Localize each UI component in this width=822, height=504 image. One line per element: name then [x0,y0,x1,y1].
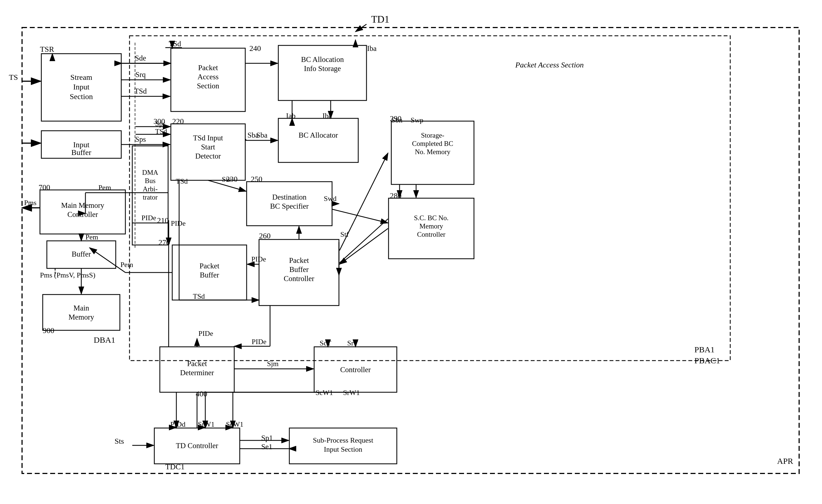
svg-text:Start: Start [201,143,215,151]
main-memory-controller-label: Main Memory [61,201,104,209]
svg-text:Buffer: Buffer [71,148,91,157]
ts-label: TS [9,73,18,81]
svg-text:Controller: Controller [417,231,446,238]
svg-text:Input Section: Input Section [324,445,362,453]
num-240-label: 240 [250,44,261,53]
pide-dba1-label: PIDe [141,214,156,222]
pidd-label: PIDd [170,420,185,428]
pms-out-label: Pms [24,199,37,207]
bc-allocator-label: BC Allocator [299,131,338,139]
svg-text:BC Specifier: BC Specifier [270,202,309,210]
svg-text:Determiner: Determiner [180,369,214,377]
destination-bc-specifier-label: Destination [272,193,307,201]
num-700-label: 700 [39,183,50,192]
svg-rect-15 [278,118,358,162]
svg-text:Buffer: Buffer [200,271,219,279]
sct-label: ScT [320,339,331,347]
svg-text:Memory: Memory [419,222,443,230]
swd-label: Swd [324,195,337,203]
pem2-label: Pem [85,233,98,241]
svg-text:Section: Section [70,92,93,101]
pmsv-pmss-label: Pms (PmsV, PmsS) [40,271,95,279]
srq-label: Srq [135,70,146,79]
svg-text:No. Memory: No. Memory [415,148,451,156]
sts-label: Sts [115,437,124,445]
pide-down-label: PIDe [252,338,266,346]
packet-access-section-bracket-label: Packet Access Section [515,61,583,69]
sps-label: Sps [135,135,146,143]
sw-label: Sw [222,175,231,183]
num-220-label: 220 [172,117,184,126]
packet-buffer-controller-label: Packet [289,256,309,265]
svg-text:Section: Section [197,82,220,90]
sjm-label: Sjm [267,360,279,368]
tsd-sig-label: TSd [134,87,147,95]
packet-access-section-label: Packet [198,64,218,72]
svg-text:Memory: Memory [69,313,94,321]
srt-label: SrT [347,339,358,347]
svg-text:Controller: Controller [67,210,98,219]
srw1-td-label: SrW1 [198,420,215,428]
td-controller-label: TD Controller [176,442,218,450]
sc-bc-no-memory-controller-label: S.C. BC No. [414,214,449,222]
input-buffer-label: Input [73,140,89,149]
tdc1-label: TDC1 [165,462,184,471]
svg-text:Access: Access [197,73,219,81]
pem-pb-label: Pem [120,261,133,269]
svg-line-114 [340,219,388,263]
svg-line-87 [332,209,388,223]
pba1-label: PBA1 [695,345,715,354]
svg-text:trator: trator [143,194,158,201]
num-250-label: 250 [251,175,262,183]
bc-allocation-info-storage-label: BC Allocation [301,55,344,64]
svg-line-109 [340,153,388,250]
tsd-pbc-label: TSd [193,292,205,300]
svg-text:Detector: Detector [195,152,221,160]
num-260-label: 260 [259,231,271,240]
iba-label: Iba [367,44,376,53]
num-900-label: 900 [43,326,54,335]
iab-label: Iab [286,112,295,120]
pide-label: PIDe [251,255,266,263]
td1-label: TD1 [371,14,389,25]
dba1-label: DBA1 [94,335,115,344]
controller-label: Controller [340,366,371,374]
scw1-td-label: ScW1 [226,420,244,428]
tsd-input-start-detector-label: TSd Input [193,134,223,142]
svg-rect-13 [278,45,367,100]
sub-process-request-input-section-label: Sub-Process Request [313,436,374,444]
se1-label: Se1 [261,443,273,451]
pide-pd-label: PIDe [198,329,213,337]
svg-text:Completed BC: Completed BC [412,140,453,147]
apr-label: APR [777,456,793,465]
diagram: TD1 DBA1 PBA1 PBAC1 APR Stream Input Sec… [0,0,822,504]
pide-vert-label: PIDe [171,219,185,227]
svg-text:Buffer: Buffer [289,265,309,274]
tsd-down-label: TSd [176,177,188,185]
svg-rect-26 [43,295,120,330]
stream-input-section-label: Stream [70,73,92,81]
svg-text:Controller: Controller [284,274,314,283]
packet-buffer-label: Packet [199,262,220,270]
storage-completed-bc-no-memory-label: Storage- [421,132,444,139]
packet-determiner-label: Packet [187,359,207,368]
svg-text:Bus: Bus [145,177,156,184]
svg-text:Arbi-: Arbi- [143,185,157,193]
sba-right-label: Sba [256,131,268,139]
main-memory-label: Main [74,304,89,312]
sde-label: Sde [135,54,146,62]
swp-label: Swp [411,116,423,124]
pbac1-label: PBAC1 [695,356,720,365]
sbn-label: Sbn [391,116,402,124]
tsd-top-label: TSd [169,40,181,48]
buffer-label: Buffer [72,250,91,258]
dma-bus-arbitrator-label: DMA [142,169,158,176]
svg-text:Info Storage: Info Storage [304,64,341,73]
svg-text:Input: Input [73,83,89,91]
pem-dma-label: Pem [98,184,111,192]
tsr-label: TSR [40,45,54,53]
